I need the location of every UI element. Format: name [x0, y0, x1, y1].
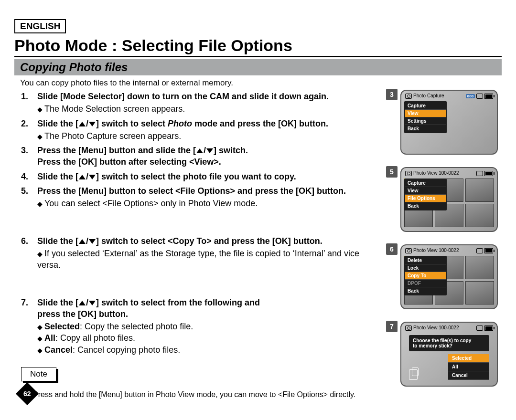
triangle-up-icon: [196, 148, 203, 153]
option-selected[interactable]: Selected: [448, 354, 489, 363]
step-number: 7.: [21, 297, 37, 308]
memory-icon: [476, 248, 483, 253]
screen-header: Photo Capture 800: [405, 93, 493, 99]
memory-icon: [476, 171, 483, 176]
memory-icon: [476, 326, 483, 331]
camera-icon: [405, 326, 412, 331]
battery-icon: [484, 94, 493, 99]
battery-icon: [484, 248, 493, 253]
menu-lock[interactable]: Lock: [405, 264, 446, 272]
triangle-up-icon: [79, 175, 86, 179]
triangle-down-icon: [89, 239, 96, 244]
screen-5-menu: Capture View File Options Back: [404, 178, 447, 210]
menu-dpof: DPOF: [405, 280, 446, 287]
note-label-box: Note: [21, 367, 56, 381]
battery-icon: [484, 171, 493, 176]
option-all[interactable]: All: [448, 363, 489, 371]
camera-icon: [405, 248, 412, 253]
step-number: 5.: [21, 185, 37, 197]
menu-file-options[interactable]: File Options: [405, 195, 446, 202]
section-title: Copying Photo files: [14, 59, 502, 75]
triangle-down-icon: [89, 122, 96, 126]
camera-icon: [405, 171, 412, 176]
intro-text: You can copy photo files to the internal…: [20, 78, 502, 88]
step-number: 6.: [21, 235, 37, 247]
screen-5: 5 Photo View 100-0022 Capture Vi: [400, 167, 492, 232]
resolution-badge: 800: [466, 94, 475, 98]
language-label: ENGLISH: [14, 19, 66, 33]
thumbnail-6[interactable]: [465, 281, 494, 304]
screen-3-menu: Capture View Settings Back: [404, 101, 447, 133]
menu-copy-to[interactable]: Copy To: [405, 272, 446, 280]
triangle-up-icon: [79, 239, 86, 244]
thumbnail-6[interactable]: [465, 204, 494, 227]
menu-view[interactable]: View: [405, 187, 446, 195]
battery-icon: [484, 326, 493, 331]
screen-number-badge: 7: [386, 321, 398, 332]
menu-back[interactable]: Back: [405, 202, 446, 210]
screen-number-badge: 3: [386, 89, 398, 100]
menu-delete[interactable]: Delete: [405, 257, 446, 264]
triangle-down-icon: [206, 148, 213, 153]
screen-6: 6 Photo View 100-0022 Delete Lock: [400, 244, 492, 309]
menu-back[interactable]: Back: [405, 125, 446, 132]
thumbnail-3[interactable]: [465, 178, 494, 202]
thumbnail-3[interactable]: [465, 256, 494, 279]
step-number: 3.: [21, 145, 37, 156]
manual-page: ENGLISH Photo Mode : Selecting File Opti…: [14, 0, 502, 409]
camera-icon: [405, 94, 412, 99]
page-title: Photo Mode : Selecting File Options: [14, 36, 502, 57]
step-number: 1.: [21, 91, 37, 102]
menu-view[interactable]: View: [405, 110, 446, 117]
step-number: 2.: [21, 118, 37, 129]
step-number: 4.: [21, 171, 37, 182]
device-screenshots: 3 Photo Capture 800 Capture View Setting…: [386, 90, 492, 399]
menu-capture[interactable]: Capture: [405, 102, 446, 110]
option-cancel[interactable]: Cancel: [448, 371, 489, 380]
screen-header: Photo View 100-0022: [405, 325, 493, 331]
triangle-down-icon: [89, 301, 96, 305]
triangle-up-icon: [79, 301, 86, 305]
screen-3: 3 Photo Capture 800 Capture View Setting…: [400, 90, 492, 155]
triangle-down-icon: [89, 175, 96, 179]
copy-options: Selected All Cancel: [448, 354, 489, 380]
screen-7: 7 Photo View 100-0022 Choose the file(s)…: [400, 322, 492, 387]
memory-icon: [476, 94, 483, 99]
copy-prompt: Choose the file(s) to copy to memory sti…: [409, 335, 489, 351]
screen-6-menu: Delete Lock Copy To DPOF Back: [404, 256, 447, 295]
page-number-badge: 62: [16, 382, 39, 405]
menu-capture[interactable]: Capture: [405, 179, 446, 187]
menu-settings[interactable]: Settings: [405, 117, 446, 125]
screen-number-badge: 5: [386, 166, 398, 178]
triangle-up-icon: [79, 122, 86, 126]
copy-icon: [409, 369, 418, 380]
screen-header: Photo View 100-0022: [405, 170, 493, 176]
menu-back[interactable]: Back: [405, 287, 446, 294]
screen-number-badge: 6: [386, 243, 398, 255]
screen-header: Photo View 100-0022: [405, 248, 493, 253]
